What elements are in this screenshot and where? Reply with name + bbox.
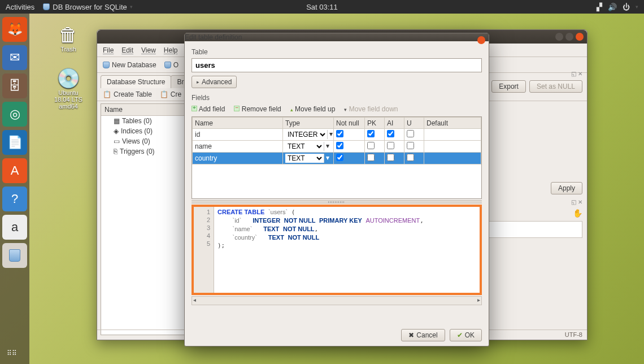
u-checkbox[interactable] — [407, 130, 414, 137]
desktop-dvd[interactable]: 💿 Ubuntu 18.04 LTS amd64 — [49, 67, 88, 110]
pk-checkbox[interactable] — [367, 142, 375, 149]
type-select[interactable]: TEXT — [285, 154, 324, 163]
field-pk-cell[interactable] — [365, 141, 385, 153]
type-select[interactable]: TEXT — [285, 142, 324, 151]
field-pk-cell[interactable] — [365, 129, 385, 141]
dialog-titlebar[interactable]: Edit table definition — [185, 33, 489, 41]
cancel-button[interactable]: ✖Cancel — [401, 329, 445, 341]
field-ai-cell[interactable] — [385, 141, 404, 153]
open-database-button[interactable]: O — [164, 61, 179, 69]
field-u-cell[interactable] — [404, 153, 424, 164]
field-pk-cell[interactable] — [365, 153, 385, 164]
field-name-cell[interactable]: name — [193, 141, 283, 153]
field-row[interactable]: idINTEGER▾ — [193, 129, 481, 141]
create-table-button[interactable]: 📋 Create Table — [103, 90, 152, 98]
field-default-cell[interactable] — [424, 129, 481, 141]
tab-database-structure[interactable]: Database Structure — [101, 75, 171, 88]
dock-writer[interactable]: 📄 — [2, 130, 27, 155]
sql-code[interactable]: CREATE TABLE `users` ( `id` INTEGER NOT … — [214, 207, 427, 293]
pk-checkbox[interactable] — [367, 154, 375, 161]
field-type-cell[interactable]: TEXT▾ — [283, 153, 334, 164]
network-icon[interactable]: ▞ — [597, 3, 602, 11]
move-field-up-button[interactable]: ▴ Move field up — [290, 105, 336, 113]
ai-checkbox[interactable] — [387, 130, 394, 137]
splitter-handle[interactable] — [192, 200, 482, 203]
tree-indices[interactable]: ◈Indices (0) — [101, 126, 185, 136]
col-type[interactable]: Type — [283, 118, 334, 129]
field-ai-cell[interactable] — [385, 129, 404, 141]
panel-ctrls-1[interactable]: ◱ ✕ — [486, 71, 582, 77]
export-button[interactable]: Export — [491, 80, 526, 93]
type-select[interactable]: INTEGER — [285, 130, 327, 139]
field-notnull-cell[interactable] — [334, 129, 365, 141]
col-ai[interactable]: AI — [385, 118, 404, 129]
ai-checkbox[interactable] — [387, 154, 394, 161]
schema-tree-header[interactable]: Name — [101, 104, 185, 116]
dock-software[interactable]: A — [2, 158, 27, 183]
hand-icon[interactable]: ✋ — [486, 209, 582, 218]
apply-button[interactable]: Apply — [551, 182, 582, 194]
dock-files[interactable]: 🗄 — [2, 73, 27, 98]
field-type-cell[interactable]: TEXT▾ — [283, 141, 334, 153]
menu-help[interactable]: Help — [164, 46, 178, 54]
system-menu-chevron-icon[interactable]: ▾ — [636, 4, 638, 10]
field-notnull-cell[interactable] — [334, 153, 365, 164]
dialog-close-button[interactable] — [477, 36, 485, 44]
desktop-trash[interactable]: 🗑 Trash — [49, 24, 88, 53]
field-notnull-cell[interactable] — [334, 141, 365, 153]
close-button[interactable] — [576, 33, 584, 41]
field-ai-cell[interactable] — [385, 153, 404, 164]
sql-horizontal-scrollbar[interactable] — [192, 296, 482, 305]
dock-sqlitebrowser[interactable] — [2, 243, 27, 268]
pk-checkbox[interactable] — [367, 130, 375, 137]
dock-thunderbird[interactable]: ✉ — [2, 45, 27, 70]
add-field-button[interactable]: Add field — [192, 105, 225, 113]
field-default-cell[interactable] — [424, 153, 481, 164]
fields-grid-empty[interactable] — [192, 164, 481, 198]
notnull-checkbox[interactable] — [336, 130, 343, 137]
col-default[interactable]: Default — [424, 118, 481, 129]
ok-button[interactable]: ✔OK — [450, 329, 482, 341]
field-default-cell[interactable] — [424, 141, 481, 153]
activities-button[interactable]: Activities — [6, 3, 34, 11]
tree-tables[interactable]: ▦Tables (0) — [101, 116, 185, 126]
col-pk[interactable]: PK — [365, 118, 385, 129]
new-database-button[interactable]: New Database — [103, 61, 156, 69]
notnull-checkbox[interactable] — [336, 154, 343, 161]
advanced-toggle[interactable]: ▸Advanced — [192, 76, 237, 88]
topbar-app-indicator[interactable]: DB Browser for SQLite ▾ — [43, 3, 133, 11]
fields-grid[interactable]: Name Type Not null PK AI U Default idINT… — [192, 116, 482, 199]
notnull-checkbox[interactable] — [336, 142, 343, 149]
remove-field-button[interactable]: Remove field — [234, 105, 281, 113]
panel-ctrls-2[interactable]: ◱ ✕ — [486, 199, 582, 205]
col-u[interactable]: U — [404, 118, 424, 129]
maximize-button[interactable] — [565, 33, 573, 41]
tree-views[interactable]: ▭Views (0) — [101, 136, 185, 146]
dock-amazon[interactable]: a — [2, 215, 27, 240]
minimize-button[interactable] — [555, 33, 563, 41]
topbar-clock[interactable]: Sat 03:11 — [306, 3, 338, 11]
u-checkbox[interactable] — [407, 154, 414, 161]
menu-view[interactable]: View — [141, 46, 156, 54]
power-icon[interactable]: ⏻ — [623, 3, 630, 11]
col-name[interactable]: Name — [193, 118, 283, 129]
tree-triggers[interactable]: ⎘Triggers (0) — [101, 146, 185, 157]
field-u-cell[interactable] — [404, 129, 424, 141]
field-name-cell[interactable]: id — [193, 129, 283, 141]
ai-checkbox[interactable] — [387, 142, 394, 149]
dock-rhythmbox[interactable]: ◎ — [2, 102, 27, 127]
field-row[interactable]: nameTEXT▾ — [193, 141, 481, 153]
field-u-cell[interactable] — [404, 141, 424, 153]
menu-edit[interactable]: Edit — [121, 46, 133, 54]
volume-icon[interactable]: 🔊 — [608, 3, 617, 11]
field-type-cell[interactable]: INTEGER▾ — [283, 129, 334, 141]
menu-file[interactable]: File — [103, 46, 114, 54]
dock-help[interactable]: ? — [2, 187, 27, 211]
field-name-cell[interactable]: country — [193, 153, 283, 164]
field-row[interactable]: countryTEXT▾ — [193, 153, 481, 164]
table-name-input[interactable] — [192, 58, 482, 72]
show-applications-button[interactable]: ⠿⠿ — [7, 349, 17, 357]
dock-firefox[interactable]: 🦊 — [2, 17, 27, 42]
create-index-button[interactable]: 📋 Cre — [160, 90, 181, 98]
u-checkbox[interactable] — [407, 142, 414, 149]
